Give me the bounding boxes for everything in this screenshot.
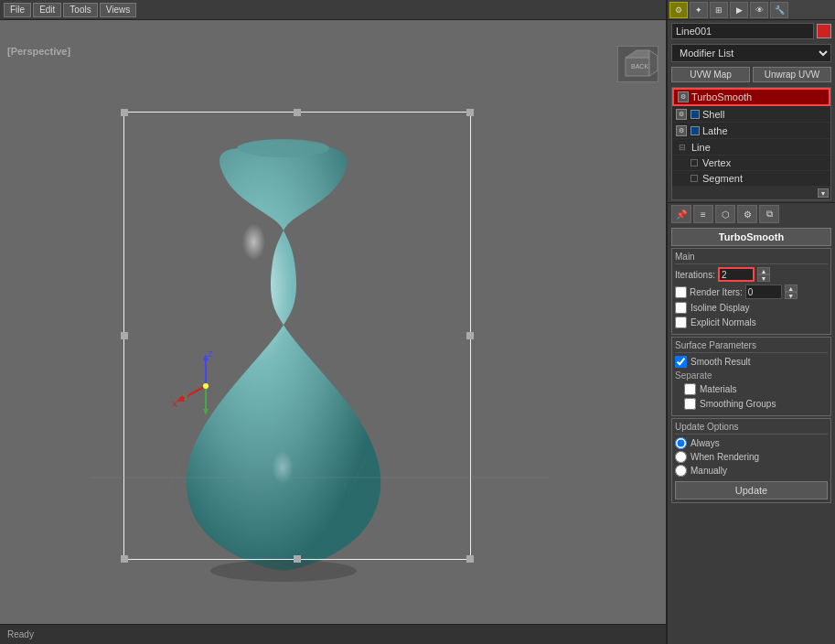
panel-icons-row: ⚙ ✦ ⊞ ▶ 👁 🔧 [668, 0, 835, 20]
file-menu[interactable]: File [4, 3, 31, 17]
shell-label: Shell [702, 109, 724, 120]
top-toolbar: File Edit Tools Views [0, 0, 666, 20]
config-icon[interactable]: ⚙ [737, 205, 757, 223]
smoothing-groups-checkbox[interactable] [684, 398, 696, 410]
views-menu[interactable]: Views [100, 3, 137, 17]
tools-menu[interactable]: Tools [63, 3, 97, 17]
modifier-turbosmooth[interactable]: ⚙ TurboSmooth [672, 88, 830, 106]
isoline-display-row: Isoline Display [675, 302, 828, 314]
stack-scroll-bar[interactable]: ▼ [672, 187, 830, 199]
copy-icon[interactable]: ⧉ [759, 205, 779, 223]
status-bar: Ready [0, 624, 666, 644]
param-icon[interactable]: ≡ [693, 205, 713, 223]
iterations-spin-up[interactable]: ▲ [757, 267, 770, 274]
display-panel-icon[interactable]: 👁 [750, 2, 768, 18]
modifier-vertex[interactable]: Vertex [672, 156, 830, 171]
line-expand-icon: ⊟ [676, 142, 689, 153]
surface-params-title: Surface Parameters [675, 340, 828, 353]
manually-radio[interactable] [675, 465, 687, 477]
modifier-stack: ⚙ TurboSmooth ⚙ Shell ⚙ Lathe ⊟ Line Ver… [671, 87, 831, 200]
create-panel-icon[interactable]: ✦ [690, 2, 708, 18]
modifier-lathe[interactable]: ⚙ Lathe [672, 123, 830, 139]
shell-icon: ⚙ [676, 109, 687, 120]
iterations-spin-down[interactable]: ▼ [757, 274, 770, 282]
modify-panel-icon[interactable]: ⚙ [669, 2, 688, 18]
svg-text:Y: Y [183, 392, 188, 402]
render-iters-checkbox[interactable] [675, 286, 687, 298]
materials-checkbox[interactable] [684, 383, 696, 395]
render-iters-spinbuttons: ▲ ▼ [785, 284, 798, 299]
svg-point-4 [238, 221, 284, 295]
line-label: Line [691, 142, 711, 153]
render-iters-spin-up[interactable]: ▲ [785, 284, 798, 292]
explicit-normals-checkbox[interactable] [675, 317, 687, 328]
svg-point-17 [203, 383, 209, 389]
manually-label: Manually [690, 466, 727, 476]
manually-row: Manually [675, 465, 828, 477]
materials-label: Materials [700, 384, 737, 394]
update-button[interactable]: Update [675, 481, 828, 499]
render-iters-spin-down[interactable]: ▼ [785, 292, 798, 299]
separate-label: Separate [675, 370, 828, 381]
explicit-normals-label: Explicit Normals [690, 317, 756, 327]
stack-scroll-down[interactable]: ▼ [818, 188, 829, 198]
render-iters-row: Render Iters: 0 ▲ ▼ [675, 284, 828, 299]
always-radio[interactable] [675, 437, 687, 449]
hierarchy-panel-icon[interactable]: ⊞ [710, 2, 728, 18]
when-rendering-label: When Rendering [690, 452, 759, 462]
svg-marker-12 [203, 409, 209, 415]
motion-panel-icon[interactable]: ▶ [730, 2, 748, 18]
smooth-result-checkbox[interactable] [675, 356, 687, 368]
iterations-row: Iterations: 2 ▲ ▼ [675, 267, 828, 282]
explicit-normals-row: Explicit Normals [675, 317, 828, 328]
subobj-icon[interactable]: ⬡ [715, 205, 735, 223]
when-rendering-radio[interactable] [675, 451, 687, 463]
main-section: Main Iterations: 2 ▲ ▼ Render Iters: 0 ▲… [671, 248, 831, 335]
utility-panel-icon[interactable]: 🔧 [770, 2, 788, 18]
materials-row: Materials [675, 383, 828, 395]
svg-text:Z: Z [208, 349, 213, 359]
modifier-line[interactable]: ⊟ Line [672, 139, 830, 156]
svg-marker-1 [626, 50, 649, 58]
update-options-title: Update Options [675, 422, 828, 435]
isoline-display-checkbox[interactable] [675, 302, 687, 314]
shell-vis-icon [690, 110, 700, 119]
viewport-label: [Perspective] [7, 46, 70, 57]
object-color-swatch[interactable] [817, 24, 831, 38]
surface-params-section: Surface Parameters Smooth Result Separat… [671, 337, 831, 416]
uvw-map-button[interactable]: UVW Map [671, 67, 750, 82]
modifier-list-row: Modifier List TurboSmooth Shell UVW Map [668, 42, 835, 64]
modifier-shell[interactable]: ⚙ Shell [672, 106, 830, 123]
edit-menu[interactable]: Edit [33, 3, 61, 17]
unwrap-uvw-button[interactable]: Unwrap UVW [753, 67, 831, 82]
when-rendering-row: When Rendering [675, 451, 828, 463]
smooth-result-row: Smooth Result [675, 356, 828, 368]
turbosmooth-properties-panel: TurboSmooth Main Iterations: 2 ▲ ▼ Rende… [668, 225, 835, 644]
navigation-cube[interactable]: BACK [617, 46, 658, 82]
3d-scene[interactable]: [Perspective] BACK [0, 20, 666, 624]
uv-buttons-row: UVW Map Unwrap UVW [668, 64, 835, 85]
turbosmooth-label: TurboSmooth [691, 91, 752, 102]
iterations-input[interactable]: 2 [718, 267, 755, 282]
svg-text:X: X [172, 400, 177, 409]
vertex-indent [690, 159, 698, 166]
object-name-row: Line001 [668, 20, 835, 42]
smoothing-groups-label: Smoothing Groups [700, 399, 776, 409]
modifier-list-dropdown[interactable]: Modifier List TurboSmooth Shell UVW Map [671, 44, 831, 62]
viewport: File Edit Tools Views [Perspective] BACK [0, 0, 666, 644]
object-name-input[interactable]: Line001 [671, 23, 814, 39]
lathe-label: Lathe [702, 125, 728, 136]
render-iters-label: Render Iters: [690, 287, 743, 297]
vertex-label: Vertex [702, 157, 731, 168]
right-panel: ⚙ ✦ ⊞ ▶ 👁 🔧 Line001 Modifier List TurboS… [666, 0, 835, 644]
iterations-spinbuttons: ▲ ▼ [757, 267, 770, 282]
smooth-result-label: Smooth Result [690, 357, 751, 367]
modifier-segment[interactable]: Segment [672, 171, 830, 187]
segment-indent [690, 175, 698, 182]
transform-gizmo: Z X Y [169, 349, 242, 423]
render-iters-input[interactable]: 0 [745, 284, 782, 299]
vase-object [91, 75, 476, 596]
pin-icon[interactable]: 📌 [671, 205, 691, 223]
svg-point-6 [238, 139, 329, 157]
main-section-title: Main [675, 252, 828, 264]
